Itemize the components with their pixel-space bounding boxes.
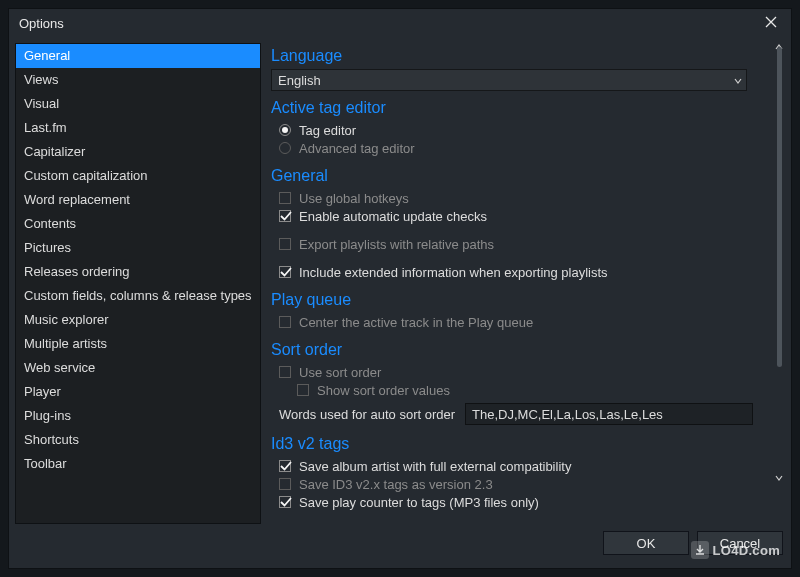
sidebar-item-general[interactable]: General [16, 44, 260, 68]
sidebar-item-contents[interactable]: Contents [16, 212, 260, 236]
sidebar-item-toolbar[interactable]: Toolbar [16, 452, 260, 476]
checkbox-global-hotkeys-label: Use global hotkeys [299, 191, 409, 206]
checkbox-include-extended-label: Include extended information when export… [299, 265, 608, 280]
close-button[interactable] [757, 9, 785, 37]
sidebar-item-plugins[interactable]: Plug-ins [16, 404, 260, 428]
ok-button[interactable]: OK [603, 531, 689, 555]
titlebar: Options [9, 9, 791, 37]
options-dialog: Options General Views Visual Last.fm Cap… [8, 8, 792, 569]
dialog-footer: OK Cancel [9, 524, 791, 568]
sidebar-item-views[interactable]: Views [16, 68, 260, 92]
checkbox-show-sort-values-label: Show sort order values [317, 383, 450, 398]
close-icon [765, 16, 777, 31]
sidebar-item-word-replacement[interactable]: Word replacement [16, 188, 260, 212]
sidebar-item-shortcuts[interactable]: Shortcuts [16, 428, 260, 452]
sidebar-item-releases-ordering[interactable]: Releases ordering [16, 260, 260, 284]
content-wrap: Language English Active tag editor Tag e… [271, 43, 785, 524]
section-sort-order: Sort order [271, 341, 771, 359]
scroll-down-icon [773, 472, 785, 484]
checkbox-save-play-counter[interactable] [279, 496, 291, 508]
language-value: English [278, 73, 321, 88]
radio-tag-editor-label: Tag editor [299, 123, 356, 138]
scroll-track [777, 43, 782, 524]
sidebar-item-music-explorer[interactable]: Music explorer [16, 308, 260, 332]
checkbox-export-relative[interactable] [279, 238, 291, 250]
cancel-button[interactable]: Cancel [697, 531, 783, 555]
checkbox-auto-updates[interactable] [279, 210, 291, 222]
window-title: Options [19, 16, 64, 31]
checkbox-use-sort-order[interactable] [279, 366, 291, 378]
checkbox-save-album-artist-label: Save album artist with full external com… [299, 459, 571, 474]
section-id3: Id3 v2 tags [271, 435, 771, 453]
sidebar-item-custom-fields[interactable]: Custom fields, columns & release types [16, 284, 260, 308]
section-general: General [271, 167, 771, 185]
sort-words-input[interactable]: The,DJ,MC,El,La,Los,Las,Le,Les [465, 403, 753, 425]
section-play-queue: Play queue [271, 291, 771, 309]
sidebar-item-lastfm[interactable]: Last.fm [16, 116, 260, 140]
checkbox-use-sort-order-label: Use sort order [299, 365, 381, 380]
checkbox-save-v23[interactable] [279, 478, 291, 490]
settings-content: Language English Active tag editor Tag e… [271, 43, 773, 524]
language-dropdown[interactable]: English [271, 69, 747, 91]
checkbox-export-relative-label: Export playlists with relative paths [299, 237, 494, 252]
checkbox-auto-updates-label: Enable automatic update checks [299, 209, 487, 224]
scroll-thumb[interactable] [777, 47, 782, 367]
checkbox-show-sort-values[interactable] [297, 384, 309, 396]
chevron-down-icon [734, 73, 742, 88]
checkbox-center-active-label: Center the active track in the Play queu… [299, 315, 533, 330]
sort-words-label: Words used for auto sort order [279, 407, 455, 422]
sidebar-item-multiple-artists[interactable]: Multiple artists [16, 332, 260, 356]
sidebar-item-player[interactable]: Player [16, 380, 260, 404]
checkbox-save-v23-label: Save ID3 v2.x tags as version 2.3 [299, 477, 493, 492]
checkbox-save-album-artist[interactable] [279, 460, 291, 472]
sidebar-item-visual[interactable]: Visual [16, 92, 260, 116]
checkbox-global-hotkeys[interactable] [279, 192, 291, 204]
sidebar-item-web-service[interactable]: Web service [16, 356, 260, 380]
category-sidebar: General Views Visual Last.fm Capitalizer… [15, 43, 261, 524]
checkbox-center-active[interactable] [279, 316, 291, 328]
section-language: Language [271, 47, 771, 65]
radio-advanced-tag-editor-label: Advanced tag editor [299, 141, 415, 156]
content-scrollbar[interactable] [773, 43, 785, 524]
radio-tag-editor[interactable] [279, 124, 291, 136]
sidebar-item-custom-capitalization[interactable]: Custom capitalization [16, 164, 260, 188]
checkbox-include-extended[interactable] [279, 266, 291, 278]
sort-words-value: The,DJ,MC,El,La,Los,Las,Le,Les [472, 407, 663, 422]
checkbox-save-play-counter-label: Save play counter to tags (MP3 files onl… [299, 495, 539, 510]
sidebar-item-capitalizer[interactable]: Capitalizer [16, 140, 260, 164]
dialog-body: General Views Visual Last.fm Capitalizer… [9, 37, 791, 524]
section-active-tag-editor: Active tag editor [271, 99, 771, 117]
radio-advanced-tag-editor[interactable] [279, 142, 291, 154]
sidebar-item-pictures[interactable]: Pictures [16, 236, 260, 260]
